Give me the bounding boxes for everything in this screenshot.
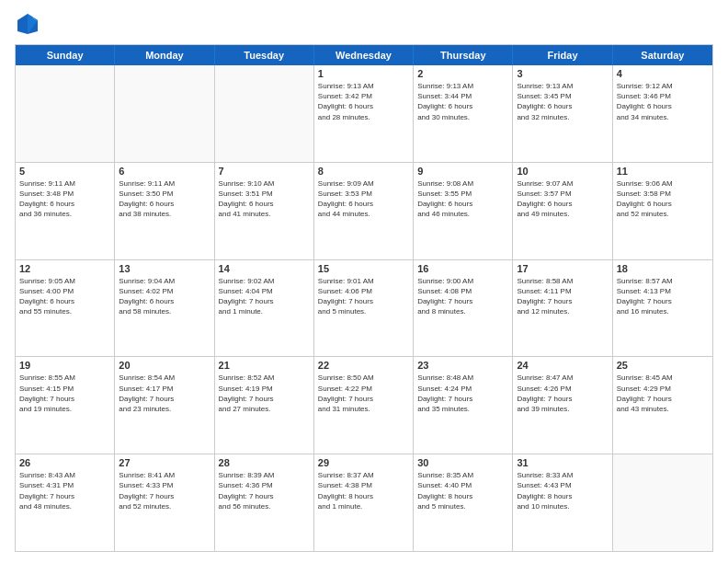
calendar-cell: 28Sunrise: 8:39 AM Sunset: 4:36 PM Dayli… — [215, 454, 314, 551]
week-row-3: 12Sunrise: 9:05 AM Sunset: 4:00 PM Dayli… — [16, 260, 712, 358]
calendar-cell — [16, 65, 115, 162]
cell-day-number: 29 — [318, 457, 409, 468]
cell-info: Sunrise: 9:04 AM Sunset: 4:02 PM Dayligh… — [119, 276, 210, 317]
calendar-cell: 17Sunrise: 8:58 AM Sunset: 4:11 PM Dayli… — [513, 260, 612, 357]
cell-day-number: 26 — [19, 457, 110, 468]
cell-day-number: 2 — [417, 68, 508, 79]
cell-info: Sunrise: 9:12 AM Sunset: 3:46 PM Dayligh… — [617, 81, 709, 122]
cell-info: Sunrise: 8:48 AM Sunset: 4:24 PM Dayligh… — [417, 373, 508, 414]
cell-info: Sunrise: 8:55 AM Sunset: 4:15 PM Dayligh… — [19, 373, 110, 414]
calendar-cell: 29Sunrise: 8:37 AM Sunset: 4:38 PM Dayli… — [314, 454, 414, 551]
cell-day-number: 9 — [417, 166, 508, 177]
calendar-cell — [115, 65, 214, 162]
cell-day-number: 17 — [517, 263, 608, 274]
cell-info: Sunrise: 8:39 AM Sunset: 4:36 PM Dayligh… — [219, 470, 310, 511]
calendar-cell: 1Sunrise: 9:13 AM Sunset: 3:42 PM Daylig… — [314, 65, 414, 162]
cell-day-number: 20 — [119, 360, 210, 371]
calendar-cell: 5Sunrise: 9:11 AM Sunset: 3:48 PM Daylig… — [16, 163, 115, 259]
cell-info: Sunrise: 8:54 AM Sunset: 4:17 PM Dayligh… — [119, 373, 210, 414]
cell-day-number: 7 — [219, 166, 310, 177]
calendar-cell: 6Sunrise: 9:11 AM Sunset: 3:50 PM Daylig… — [115, 163, 214, 259]
cell-day-number: 25 — [617, 360, 709, 371]
logo-icon — [15, 11, 40, 37]
day-header-sunday: Sunday — [16, 45, 115, 65]
cell-info: Sunrise: 9:11 AM Sunset: 3:50 PM Dayligh… — [119, 178, 210, 220]
week-row-1: 1Sunrise: 9:13 AM Sunset: 3:42 PM Daylig… — [16, 65, 712, 163]
cell-day-number: 23 — [417, 360, 508, 371]
cell-info: Sunrise: 9:13 AM Sunset: 3:45 PM Dayligh… — [517, 81, 608, 122]
calendar-cell: 15Sunrise: 9:01 AM Sunset: 4:06 PM Dayli… — [314, 260, 414, 357]
cell-day-number: 8 — [318, 166, 409, 177]
calendar-cell: 24Sunrise: 8:47 AM Sunset: 4:26 PM Dayli… — [513, 357, 612, 454]
calendar-cell: 22Sunrise: 8:50 AM Sunset: 4:22 PM Dayli… — [314, 357, 414, 454]
calendar-cell: 12Sunrise: 9:05 AM Sunset: 4:00 PM Dayli… — [16, 260, 115, 357]
calendar-cell: 11Sunrise: 9:06 AM Sunset: 3:58 PM Dayli… — [613, 163, 712, 259]
calendar-cell: 3Sunrise: 9:13 AM Sunset: 3:45 PM Daylig… — [513, 65, 612, 162]
header — [15, 11, 713, 37]
cell-day-number: 24 — [517, 360, 608, 371]
calendar-cell: 14Sunrise: 9:02 AM Sunset: 4:04 PM Dayli… — [215, 260, 314, 357]
calendar-cell: 16Sunrise: 9:00 AM Sunset: 4:08 PM Dayli… — [414, 260, 513, 357]
cell-info: Sunrise: 8:35 AM Sunset: 4:40 PM Dayligh… — [417, 470, 508, 511]
cell-day-number: 6 — [119, 166, 210, 177]
calendar-cell: 18Sunrise: 8:57 AM Sunset: 4:13 PM Dayli… — [613, 260, 712, 357]
page: SundayMondayTuesdayWednesdayThursdayFrid… — [0, 0, 728, 563]
calendar-cell — [215, 65, 314, 162]
cell-day-number: 18 — [617, 263, 709, 274]
weeks: 1Sunrise: 9:13 AM Sunset: 3:42 PM Daylig… — [16, 65, 712, 551]
cell-info: Sunrise: 9:05 AM Sunset: 4:00 PM Dayligh… — [19, 276, 110, 317]
cell-info: Sunrise: 9:10 AM Sunset: 3:51 PM Dayligh… — [219, 178, 310, 220]
cell-info: Sunrise: 9:13 AM Sunset: 3:42 PM Dayligh… — [318, 81, 409, 122]
cell-day-number: 19 — [19, 360, 110, 371]
cell-day-number: 22 — [318, 360, 409, 371]
cell-day-number: 30 — [417, 457, 508, 468]
cell-info: Sunrise: 9:11 AM Sunset: 3:48 PM Dayligh… — [19, 178, 110, 220]
day-header-saturday: Saturday — [613, 45, 712, 65]
calendar: SundayMondayTuesdayWednesdayThursdayFrid… — [15, 44, 713, 552]
cell-info: Sunrise: 8:41 AM Sunset: 4:33 PM Dayligh… — [119, 470, 210, 511]
logo — [15, 11, 44, 37]
week-row-4: 19Sunrise: 8:55 AM Sunset: 4:15 PM Dayli… — [16, 357, 712, 454]
cell-day-number: 1 — [318, 68, 409, 79]
cell-day-number: 10 — [517, 166, 608, 177]
cell-day-number: 11 — [617, 166, 709, 177]
cell-day-number: 14 — [219, 263, 310, 274]
cell-day-number: 3 — [517, 68, 608, 79]
cell-day-number: 16 — [417, 263, 508, 274]
week-row-5: 26Sunrise: 8:43 AM Sunset: 4:31 PM Dayli… — [16, 454, 712, 551]
calendar-cell: 2Sunrise: 9:13 AM Sunset: 3:44 PM Daylig… — [414, 65, 513, 162]
cell-day-number: 21 — [219, 360, 310, 371]
day-header-wednesday: Wednesday — [314, 45, 414, 65]
calendar-cell: 13Sunrise: 9:04 AM Sunset: 4:02 PM Dayli… — [115, 260, 214, 357]
cell-info: Sunrise: 9:08 AM Sunset: 3:55 PM Dayligh… — [417, 178, 508, 220]
calendar-cell: 25Sunrise: 8:45 AM Sunset: 4:29 PM Dayli… — [613, 357, 712, 454]
day-header-monday: Monday — [115, 45, 214, 65]
cell-info: Sunrise: 9:02 AM Sunset: 4:04 PM Dayligh… — [219, 276, 310, 317]
calendar-cell: 19Sunrise: 8:55 AM Sunset: 4:15 PM Dayli… — [16, 357, 115, 454]
calendar-cell: 21Sunrise: 8:52 AM Sunset: 4:19 PM Dayli… — [215, 357, 314, 454]
calendar-cell: 9Sunrise: 9:08 AM Sunset: 3:55 PM Daylig… — [414, 163, 513, 259]
cell-day-number: 31 — [517, 457, 608, 468]
cell-info: Sunrise: 8:43 AM Sunset: 4:31 PM Dayligh… — [19, 470, 110, 511]
cell-info: Sunrise: 8:50 AM Sunset: 4:22 PM Dayligh… — [318, 373, 409, 414]
calendar-cell: 4Sunrise: 9:12 AM Sunset: 3:46 PM Daylig… — [613, 65, 712, 162]
cell-info: Sunrise: 9:13 AM Sunset: 3:44 PM Dayligh… — [417, 81, 508, 122]
day-header-tuesday: Tuesday — [215, 45, 314, 65]
day-headers: SundayMondayTuesdayWednesdayThursdayFrid… — [16, 45, 712, 65]
day-header-friday: Friday — [513, 45, 612, 65]
calendar-cell: 8Sunrise: 9:09 AM Sunset: 3:53 PM Daylig… — [314, 163, 414, 259]
cell-day-number: 12 — [19, 263, 110, 274]
calendar-cell: 26Sunrise: 8:43 AM Sunset: 4:31 PM Dayli… — [16, 454, 115, 551]
cell-info: Sunrise: 8:47 AM Sunset: 4:26 PM Dayligh… — [517, 373, 608, 414]
day-header-thursday: Thursday — [414, 45, 513, 65]
calendar-cell — [613, 454, 712, 551]
calendar-cell: 31Sunrise: 8:33 AM Sunset: 4:43 PM Dayli… — [513, 454, 612, 551]
cell-info: Sunrise: 8:57 AM Sunset: 4:13 PM Dayligh… — [617, 276, 709, 317]
cell-day-number: 28 — [219, 457, 310, 468]
cell-info: Sunrise: 8:58 AM Sunset: 4:11 PM Dayligh… — [517, 276, 608, 317]
cell-info: Sunrise: 8:33 AM Sunset: 4:43 PM Dayligh… — [517, 470, 608, 511]
cell-info: Sunrise: 9:00 AM Sunset: 4:08 PM Dayligh… — [417, 276, 508, 317]
cell-info: Sunrise: 9:01 AM Sunset: 4:06 PM Dayligh… — [318, 276, 409, 317]
cell-day-number: 15 — [318, 263, 409, 274]
calendar-cell: 7Sunrise: 9:10 AM Sunset: 3:51 PM Daylig… — [215, 163, 314, 259]
